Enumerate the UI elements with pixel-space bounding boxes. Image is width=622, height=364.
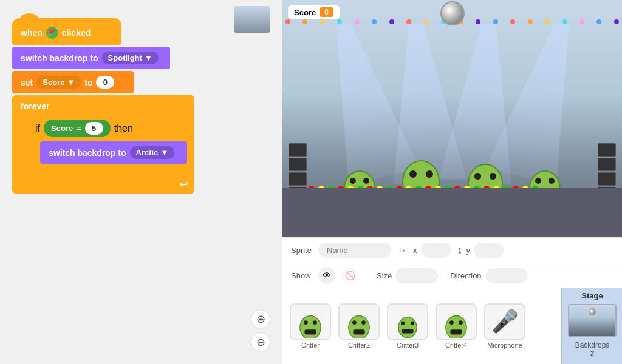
forever-block-container: forever if Score xyxy=(12,95,194,194)
show-label: Show xyxy=(291,271,312,280)
zoom-out-button[interactable]: ⊖ xyxy=(251,332,270,352)
size-label: Size xyxy=(377,271,392,280)
block-switch-backdrop-spotlight[interactable]: switch backdrop to Spotlight ▼ xyxy=(12,47,170,69)
block-forever[interactable]: forever if Score xyxy=(12,95,194,194)
sprite-thumb-label-microphone: Microphone xyxy=(487,342,522,349)
backdrops-label: Backdrops xyxy=(575,341,610,349)
x-input[interactable] xyxy=(421,243,451,258)
speaker-5 xyxy=(598,143,616,157)
sprite-thumb-img-critter4 xyxy=(436,303,477,340)
speaker-7 xyxy=(598,172,616,186)
stage-panel-label: Stage xyxy=(581,291,603,300)
condition-operator: = xyxy=(77,124,81,133)
svg-point-24 xyxy=(398,317,417,338)
direction-label: Direction xyxy=(450,271,481,280)
disco-ball xyxy=(440,1,465,25)
svg-rect-17 xyxy=(304,320,308,325)
top-dot-4 xyxy=(337,19,342,24)
svg-rect-22 xyxy=(361,320,366,325)
sprite-thumb-critter4[interactable]: Critter4 xyxy=(434,303,478,349)
when-label: when xyxy=(21,28,43,38)
xy-arrows-icon: ↔ xyxy=(397,245,407,256)
block-set-score[interactable]: set Score ▼ to 0 xyxy=(12,71,134,93)
size-input[interactable] xyxy=(395,268,438,283)
direction-input[interactable] xyxy=(485,268,528,283)
hide-eye-button[interactable]: 🚫 xyxy=(341,267,358,284)
y-label: y xyxy=(466,246,471,255)
top-dot-18 xyxy=(579,19,584,24)
backdrops-count: 2 xyxy=(590,349,595,358)
score-value: 0 xyxy=(320,7,333,17)
block-when-flag-clicked[interactable]: when 🚩 clicked xyxy=(12,18,121,45)
top-dot-5 xyxy=(355,19,360,24)
top-dot-17 xyxy=(562,19,567,24)
sprite-thumb-critter3[interactable]: Critter3 xyxy=(386,303,429,349)
top-dot-14 xyxy=(510,19,515,24)
svg-rect-27 xyxy=(402,329,413,334)
sprite-thumb-microphone[interactable]: 🎤 Microphone xyxy=(483,303,527,349)
backdrop-dropdown-arctic[interactable]: Arctic ▼ xyxy=(130,146,175,159)
to-label: to xyxy=(84,78,92,87)
show-eye-button[interactable]: 👁 xyxy=(318,267,335,284)
switch-backdrop-label-1: switch backdrop to xyxy=(21,53,98,63)
sprite-thumb-img-critter3 xyxy=(387,303,428,340)
top-dot-1 xyxy=(285,19,290,24)
svg-rect-29 xyxy=(449,320,454,325)
speaker-3 xyxy=(289,172,307,186)
svg-rect-13 xyxy=(535,178,541,184)
sprite-name-input[interactable] xyxy=(318,243,391,258)
critter-thumb-svg-2 xyxy=(344,305,374,338)
svg-rect-26 xyxy=(411,322,414,325)
y-input[interactable] xyxy=(474,243,504,258)
block-switch-backdrop-arctic[interactable]: switch backdrop to Arctic ▼ xyxy=(40,141,187,164)
controls-panel: Sprite ↔ x ↕ y Show 👁 🚫 Size Direct xyxy=(282,237,622,364)
sprite-thumb-img-critter xyxy=(290,303,331,340)
score-value-input[interactable]: 0 xyxy=(96,76,114,89)
then-label: then xyxy=(114,123,133,134)
condition-variable: Score xyxy=(51,124,73,133)
top-dot-20 xyxy=(614,19,619,24)
microphone-icon: 🎤 xyxy=(493,303,517,340)
critter-thumb-svg-1 xyxy=(295,305,326,338)
svg-rect-2 xyxy=(363,178,369,184)
stage-floor xyxy=(282,188,622,237)
stage-panel: Stage Backdrops 2 xyxy=(561,288,622,364)
top-dot-15 xyxy=(528,19,533,24)
top-dot-9 xyxy=(424,19,429,24)
x-coord-group: x xyxy=(413,243,451,258)
svg-point-28 xyxy=(446,316,466,338)
sprite-thumb-img-microphone: 🎤 xyxy=(484,303,525,340)
block-group-main: when 🚩 clicked switch backdrop to Spotli… xyxy=(12,18,270,194)
sprite-thumb-critter[interactable]: Critter xyxy=(289,303,332,349)
sprite-thumb-critter2[interactable]: Critter2 xyxy=(337,303,381,349)
switch-backdrop-label-2: switch backdrop to xyxy=(49,148,126,158)
sprite-info-row: Sprite ↔ x ↕ y xyxy=(282,238,622,263)
condition-score-equals-5[interactable]: Score = 5 xyxy=(44,120,111,137)
variable-dropdown-score[interactable]: Score ▼ xyxy=(36,76,81,89)
sprites-bar: Critter Critter2 xyxy=(282,288,561,364)
stage-panel-thumbnail[interactable] xyxy=(568,304,617,337)
svg-rect-10 xyxy=(490,173,496,180)
condition-value[interactable]: 5 xyxy=(85,122,103,135)
forever-label: forever xyxy=(12,99,194,113)
stage-thumbnail-mini[interactable] xyxy=(234,6,270,33)
y-arrow-icon: ↕ xyxy=(457,244,463,257)
svg-rect-23 xyxy=(353,329,364,334)
top-dot-12 xyxy=(476,19,480,24)
backdrop-dropdown-spotlight[interactable]: Spotlight ▼ xyxy=(102,52,159,64)
svg-rect-14 xyxy=(549,178,555,184)
flag-icon: 🚩 xyxy=(46,27,58,39)
critter-thumb-svg-4 xyxy=(441,305,471,338)
y-coord-group: ↕ y xyxy=(457,243,505,258)
svg-rect-1 xyxy=(350,178,356,184)
score-label: Score xyxy=(294,8,316,17)
top-dot-19 xyxy=(596,19,601,24)
sprite-label: Sprite xyxy=(291,246,312,255)
size-group: Size xyxy=(377,268,438,283)
zoom-in-button[interactable]: ⊕ xyxy=(251,309,270,329)
stage-view: Score 0 xyxy=(282,0,622,237)
block-if[interactable]: if Score = 5 then xyxy=(30,117,187,140)
critter-thumb-svg-3 xyxy=(392,305,423,338)
sprite-thumb-label-critter3: Critter3 xyxy=(397,342,419,349)
svg-rect-30 xyxy=(459,320,463,325)
